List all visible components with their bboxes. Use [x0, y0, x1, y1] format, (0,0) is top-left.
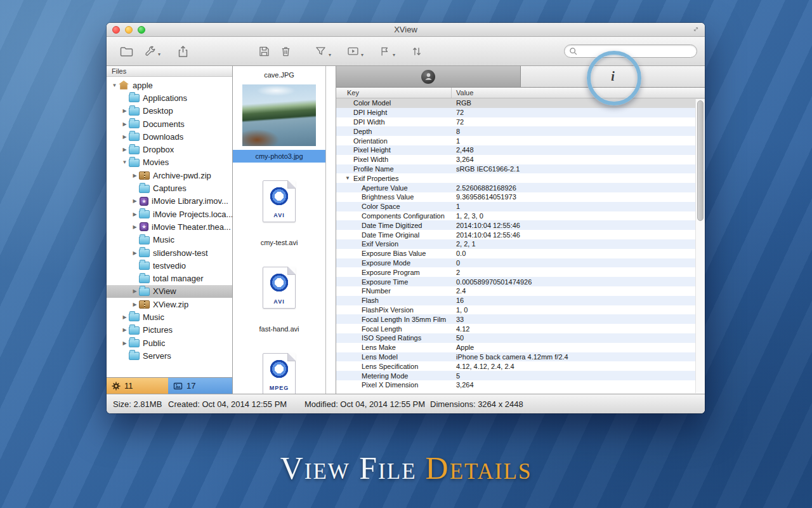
- tree-item-imovie-projects-loca[interactable]: ▶iMovie Projects.loca...: [107, 208, 232, 220]
- tree-item-dropbox[interactable]: ▶Dropbox: [107, 143, 232, 156]
- disclosure-closed-icon[interactable]: ▶: [131, 211, 139, 217]
- zoom-button[interactable]: [138, 26, 145, 34]
- details-row-fnumber[interactable]: FNumber2.4: [336, 286, 705, 296]
- details-row-depth[interactable]: Depth8: [336, 126, 705, 136]
- details-row-exposure-program[interactable]: Exposure Program2: [336, 267, 705, 277]
- details-row-aperture-value[interactable]: Aperture Value2.52606882168926: [336, 183, 705, 192]
- details-row-flashpix-version[interactable]: FlashPix Version1, 0: [336, 305, 705, 315]
- tab-file-details[interactable]: i: [521, 66, 705, 87]
- details-scrollbar[interactable]: [695, 99, 705, 393]
- scrollbar-thumb[interactable]: [697, 100, 704, 221]
- search-input[interactable]: [578, 46, 697, 57]
- search-field[interactable]: [564, 44, 697, 58]
- filter-button[interactable]: ▾: [314, 44, 331, 58]
- tree-item-downloads[interactable]: ▶Downloads: [107, 130, 232, 143]
- tree-item-apple[interactable]: ▼apple: [107, 79, 232, 91]
- tree-item-pictures[interactable]: ▶Pictures: [107, 324, 232, 337]
- details-row-orientation[interactable]: Orientation1: [336, 136, 705, 145]
- details-row-focal-length-in-35mm-film[interactable]: Focal Length In 35mm Film33: [336, 314, 705, 324]
- value-column-header[interactable]: Value: [452, 88, 705, 98]
- details-row-dpi-height[interactable]: DPI Height72: [336, 108, 705, 117]
- disclosure-closed-icon[interactable]: ▶: [131, 288, 139, 294]
- thumbnail-scroll-track[interactable]: [326, 66, 336, 394]
- disclosure-open-icon[interactable]: ▼: [345, 175, 350, 181]
- disclosure-closed-icon[interactable]: ▶: [131, 302, 139, 307]
- details-row-color-space[interactable]: Color Space1: [336, 202, 705, 211]
- tree-item-desktop[interactable]: ▶Desktop: [107, 105, 232, 117]
- minimize-button[interactable]: [125, 26, 133, 34]
- tree-item-archive-pwd-zip[interactable]: ▶Archive-pwd.zip: [107, 169, 232, 182]
- disclosure-closed-icon[interactable]: ▶: [131, 250, 139, 256]
- tree-item-xview[interactable]: ▶XView: [107, 285, 232, 298]
- disclosure-closed-icon[interactable]: ▶: [121, 108, 129, 114]
- disclosure-closed-icon[interactable]: ▶: [121, 327, 129, 333]
- tree-item-documents[interactable]: ▶Documents: [107, 117, 232, 130]
- details-row-exposure-bias-value[interactable]: Exposure Bias Value0.0: [336, 249, 705, 258]
- details-row-profile-name[interactable]: Profile NamesRGB IEC61966-2.1: [336, 164, 705, 174]
- thumbnail-item-cmy-test-avi[interactable]: AVIcmy-test.avi: [233, 168, 325, 254]
- tree-item-applications[interactable]: Applications: [107, 91, 232, 104]
- tree-item-music[interactable]: Music: [107, 234, 232, 246]
- disclosure-closed-icon[interactable]: ▶: [131, 198, 139, 204]
- details-row-lens-model[interactable]: Lens ModeliPhone 5 back camera 4.12mm f/…: [336, 352, 705, 362]
- details-row-color-model[interactable]: Color ModelRGB: [336, 98, 705, 108]
- thumbnail-item-fast-hand-avi[interactable]: AVIfast-hand.avi: [233, 254, 325, 340]
- tools-button[interactable]: ▾: [143, 45, 160, 58]
- thumbnail-item-cmy-photo3-jpg[interactable]: cmy-photo3.jpg: [233, 81, 325, 168]
- tree-item-imovie-library-imov[interactable]: ▶iMovie Library.imov...: [107, 195, 232, 208]
- details-row-date-time-digitized[interactable]: Date Time Digitized2014:10:04 12:55:46: [336, 220, 705, 230]
- tree-item-slidershow-test[interactable]: ▶slidershow-test: [107, 246, 232, 259]
- new-folder-button[interactable]: [119, 45, 134, 58]
- tree-item-xview-zip[interactable]: ▶XView.zip: [107, 298, 232, 311]
- details-row-lens-make[interactable]: Lens MakeApple: [336, 343, 705, 352]
- disclosure-closed-icon[interactable]: ▶: [121, 121, 129, 127]
- resize-icon[interactable]: [692, 25, 700, 33]
- trash-button[interactable]: [279, 44, 292, 58]
- tree-item-testvedio[interactable]: testvedio: [107, 259, 232, 272]
- details-row-date-time-original[interactable]: Date Time Original2014:10:04 12:55:46: [336, 230, 705, 239]
- share-button[interactable]: [176, 44, 190, 58]
- details-row-exposure-time[interactable]: Exposure Time0.000589970501474926: [336, 277, 705, 286]
- details-row-pixel-x-dimension[interactable]: Pixel X Dimension3,264: [336, 380, 705, 390]
- disclosure-closed-icon[interactable]: ▶: [121, 340, 129, 346]
- details-row-dpi-width[interactable]: DPI Width72: [336, 117, 705, 127]
- details-row-metering-mode[interactable]: Metering Mode5: [336, 371, 705, 380]
- disclosure-closed-icon[interactable]: ▶: [121, 147, 129, 152]
- tree-item-servers[interactable]: Servers: [107, 349, 232, 362]
- details-row-exif-version[interactable]: Exif Version2, 2, 1: [336, 239, 705, 249]
- tab-user-info[interactable]: [336, 66, 521, 87]
- slideshow-button[interactable]: ▾: [346, 44, 363, 58]
- tree-item-captures[interactable]: Captures: [107, 182, 232, 194]
- close-button[interactable]: [112, 26, 120, 34]
- disclosure-closed-icon[interactable]: ▶: [131, 173, 139, 178]
- details-row-pixel-width[interactable]: Pixel Width3,264: [336, 155, 705, 164]
- details-row-focal-length[interactable]: Focal Length4.12: [336, 324, 705, 333]
- details-row-lens-specification[interactable]: Lens Specification4.12, 4.12, 2.4, 2.4: [336, 361, 705, 371]
- thumbnail-item-cave-jpg[interactable]: cave.JPG: [233, 67, 325, 81]
- title-bar[interactable]: XView: [107, 23, 705, 37]
- details-row-pixel-height[interactable]: Pixel Height2,448: [336, 145, 705, 155]
- tree-item-total-manager[interactable]: total manager: [107, 272, 232, 284]
- details-row-flash[interactable]: Flash16: [336, 296, 705, 305]
- save-button[interactable]: [258, 44, 271, 58]
- disclosure-open-icon[interactable]: ▼: [121, 159, 129, 165]
- details-row-iso-speed-ratings[interactable]: ISO Speed Ratings50: [336, 333, 705, 343]
- count-badge-right[interactable]: 17: [168, 378, 232, 394]
- tree-item-movies[interactable]: ▼Movies: [107, 156, 232, 169]
- disclosure-closed-icon[interactable]: ▶: [131, 224, 139, 230]
- details-row-exif-properties[interactable]: ▼Exif Properties: [336, 173, 705, 183]
- tree-item-music[interactable]: ▶Music: [107, 311, 232, 323]
- count-badge-left[interactable]: 11: [107, 378, 168, 394]
- thumbnail-item[interactable]: MPEG: [233, 340, 325, 394]
- disclosure-open-icon[interactable]: ▼: [110, 83, 119, 88]
- key-column-header[interactable]: Key: [336, 88, 452, 98]
- details-row-exposure-mode[interactable]: Exposure Mode0: [336, 258, 705, 268]
- tree-item-public[interactable]: ▶Public: [107, 337, 232, 349]
- tree-item-imovie-theater-thea[interactable]: ▶iMovie Theater.thea...: [107, 220, 232, 233]
- details-row-brightness-value[interactable]: Brightness Value9.36958614051973: [336, 192, 705, 202]
- sort-button[interactable]: [410, 44, 424, 58]
- disclosure-closed-icon[interactable]: ▶: [121, 134, 129, 140]
- disclosure-closed-icon[interactable]: ▶: [121, 314, 129, 320]
- details-row-components-configuration[interactable]: Components Configuration1, 2, 3, 0: [336, 211, 705, 221]
- bookmark-button[interactable]: ▾: [378, 44, 395, 58]
